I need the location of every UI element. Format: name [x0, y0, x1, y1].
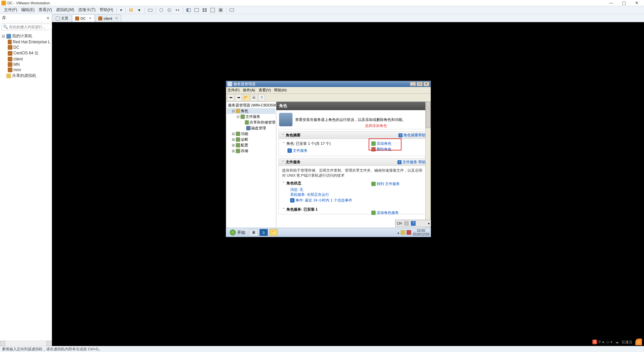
scroll-thumb[interactable]: [426, 108, 431, 128]
guest-close-button[interactable]: ×: [423, 82, 429, 86]
sogou-dropdown-icon[interactable]: ▾: [610, 340, 612, 344]
up-icon[interactable]: 📂: [243, 94, 250, 101]
tree-vm-centos[interactable]: CentOS 64 位: [1, 50, 51, 56]
tree-vm-client[interactable]: client: [1, 56, 51, 62]
menu-edit[interactable]: 编辑(E): [19, 6, 37, 13]
tree-vm-dc[interactable]: DC: [1, 45, 51, 50]
collapse-icon[interactable]: ⌃: [282, 207, 285, 212]
gtree-disk-mgmt[interactable]: 磁盘管理: [227, 125, 275, 131]
sidebar-close-icon[interactable]: ✕: [46, 16, 50, 20]
tab-home[interactable]: 主页: [53, 14, 71, 22]
tree-root-mycomputer[interactable]: ⊟我的计算机: [1, 33, 51, 39]
snapshot-manager-icon[interactable]: [174, 7, 181, 13]
sidebar-hscroll[interactable]: [0, 341, 52, 346]
svg-rect-10: [203, 8, 204, 10]
remove-role-link[interactable]: 删除角色: [371, 147, 425, 152]
tree-vm-mn[interactable]: MN: [1, 62, 51, 67]
layout-sidebar-icon[interactable]: [185, 7, 192, 13]
scroll-up-button[interactable]: [426, 102, 431, 107]
guest-menu-view[interactable]: 查看(V): [259, 88, 271, 93]
guest-menu-file[interactable]: 文件(F): [227, 88, 239, 93]
gtree-root[interactable]: 服务器管理器 (WIN-C8DD599EJC: [227, 102, 275, 108]
tree-shared-vms[interactable]: 共享的虚拟机: [1, 73, 51, 79]
gtree-roles[interactable]: ⊟角色: [227, 108, 275, 114]
minimize-button[interactable]: —: [608, 0, 614, 5]
roles-intro-text: 查看安装在服务器上角色的运行状况，以及添加或删除角色和功能。: [295, 117, 406, 122]
sogou-ime-widget[interactable]: S 中 ●, ☺ ▾: [592, 340, 612, 345]
guest-menu-action[interactable]: 操作(A): [243, 88, 255, 93]
layout-thumbnail-icon[interactable]: [201, 7, 208, 13]
menu-file[interactable]: 文件(F): [2, 6, 19, 13]
back-icon[interactable]: ⬅: [227, 94, 234, 101]
add-role-link[interactable]: 添加角色: [371, 141, 425, 146]
tree-vm-mnv[interactable]: mnv: [1, 67, 51, 73]
tab-client[interactable]: client✕: [95, 14, 121, 22]
collapse-icon[interactable]: ⌃: [282, 141, 285, 146]
snapshot-icon[interactable]: [158, 7, 165, 13]
close-button[interactable]: ✕: [633, 0, 640, 5]
collapse-icon[interactable]: ⌃: [281, 133, 284, 137]
fullscreen-icon[interactable]: [209, 7, 216, 13]
properties-icon[interactable]: ☵: [251, 94, 257, 101]
status-events-link[interactable]: i事件: 最近 24 小时内 1 个信息事件: [290, 198, 425, 203]
tray-expand-icon[interactable]: ▴: [397, 231, 399, 234]
taskbar-powershell-icon[interactable]: ≥: [259, 229, 268, 236]
lang-help-icon[interactable]: ?: [411, 221, 416, 226]
unity-icon[interactable]: [217, 7, 224, 13]
role-summary-help-link[interactable]: ?角色摘要帮助: [398, 133, 426, 138]
lang-ch-button[interactable]: CH: [395, 222, 403, 225]
collapse-icon[interactable]: ⌃: [282, 181, 285, 185]
send-cad-icon[interactable]: [147, 7, 154, 13]
search-input[interactable]: [9, 25, 55, 29]
svg-rect-2: [148, 9, 152, 11]
file-service-help-link[interactable]: ?文件服务 帮助: [397, 160, 426, 165]
tab-dc[interactable]: DC✕: [72, 14, 95, 22]
guest-minimize-button[interactable]: _: [410, 82, 416, 86]
forward-icon[interactable]: ➡: [235, 94, 242, 101]
taskbar-server-manager-icon[interactable]: 🖥: [249, 229, 258, 236]
layout-console-icon[interactable]: [193, 7, 200, 13]
maximize-button[interactable]: ▢: [621, 0, 627, 5]
gtree-diagnostics[interactable]: ⊞诊断: [227, 137, 275, 142]
menu-help[interactable]: 帮助(H): [98, 6, 115, 13]
keyboard-icon[interactable]: [404, 221, 409, 226]
tree-vm-rhel[interactable]: Red Hat Enterprise L: [1, 39, 51, 45]
menu-tabs[interactable]: 选项卡(T): [76, 6, 97, 13]
guest-maximize-button[interactable]: □: [417, 82, 423, 86]
svg-rect-0: [129, 8, 130, 12]
start-button[interactable]: 开始: [227, 229, 248, 236]
guest-titlebar[interactable]: 服务器管理器 _ □ ×: [226, 81, 431, 87]
add-role-service-link[interactable]: 添加角色服务: [371, 210, 425, 215]
snapshot-revert-icon[interactable]: [166, 7, 173, 13]
menubar: 文件(F) 编辑(E) 查看(V) 虚拟机(M) 选项卡(T) 帮助(H) ▾ …: [0, 6, 644, 14]
help-icon[interactable]: ?: [258, 94, 265, 101]
lang-options-icon[interactable]: ▾: [427, 222, 431, 225]
collapse-icon[interactable]: ⌃: [281, 160, 284, 164]
toolbar-dropdown[interactable]: ▾: [118, 7, 124, 13]
guest-menu-help[interactable]: 帮助(H): [274, 88, 286, 93]
svg-point-3: [160, 8, 163, 12]
guest-scrollbar[interactable]: [425, 102, 431, 228]
guest-language-bar[interactable]: CH ? ▾: [395, 220, 431, 227]
menu-vm[interactable]: 虚拟机(M): [54, 6, 76, 13]
svg-rect-16: [220, 9, 222, 11]
tray-clock[interactable]: 10:00 2018/12/26: [413, 229, 429, 236]
sidebar-search[interactable]: 🔍 ▾: [1, 24, 50, 30]
tray-network-icon[interactable]: [407, 230, 411, 235]
tab-close-icon[interactable]: ✕: [115, 16, 118, 20]
gtree-config[interactable]: ⊞配置: [227, 142, 275, 148]
pause-icon[interactable]: [128, 7, 135, 13]
vm-console[interactable]: 主页 DC✕ client✕ 服务器管理器 _ □ × 文件(F) 操作(A) …: [52, 14, 644, 346]
tab-close-icon[interactable]: ✕: [89, 16, 92, 20]
gtree-share-storage[interactable]: 共享和存储管理: [227, 120, 275, 125]
stretch-icon[interactable]: [228, 7, 235, 13]
power-dropdown-icon[interactable]: ▾: [136, 7, 143, 13]
taskbar-explorer-icon[interactable]: 📁: [269, 229, 278, 236]
gtree-features[interactable]: ⊞功能: [227, 131, 275, 137]
goto-file-service-link[interactable]: 转到 文件服务: [371, 181, 425, 186]
gtree-storage[interactable]: ⊞存储: [227, 148, 275, 154]
gtree-file-service[interactable]: ⊟文件服务: [227, 114, 275, 120]
tray-flag-icon[interactable]: [400, 230, 405, 235]
menu-view[interactable]: 查看(V): [37, 6, 54, 13]
library-tree: ⊟我的计算机 Red Hat Enterprise L DC CentOS 64…: [0, 32, 52, 341]
